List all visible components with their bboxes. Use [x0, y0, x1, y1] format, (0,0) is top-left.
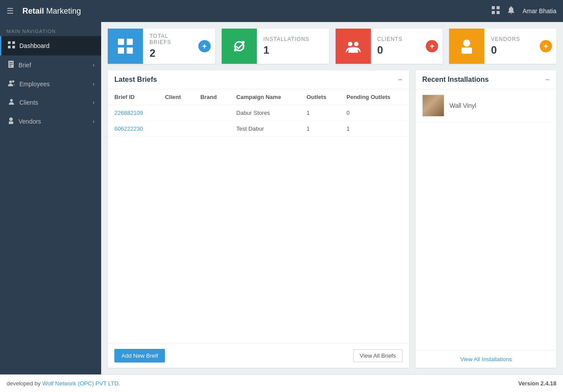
svg-rect-7 — [12, 46, 15, 48]
app-brand: Retail Marketing — [22, 7, 81, 16]
developed-by-text: developed by — [7, 380, 40, 387]
campaign-name-2: Test Dabur — [230, 121, 300, 137]
briefs-collapse-icon[interactable]: − — [398, 76, 402, 84]
svg-rect-5 — [12, 41, 15, 44]
employees-chevron-icon: ‹ — [93, 81, 95, 87]
svg-point-12 — [9, 81, 12, 83]
installations-info: INSTALLATIONS 1 — [257, 32, 329, 61]
footer-version: Version 2.4.18 — [518, 380, 556, 387]
total-briefs-info: TOTAL BRIEFS 2 — [143, 29, 198, 64]
footer-dev: developed by Wolf Network (OPC) PVT LTD. — [7, 380, 120, 387]
brief-id-link-1[interactable]: 226882109 — [114, 110, 143, 116]
svg-rect-6 — [8, 46, 11, 48]
grid-icon[interactable] — [492, 6, 500, 16]
brand-1 — [194, 105, 230, 121]
svg-point-24 — [348, 42, 352, 46]
svg-rect-1 — [497, 6, 500, 9]
svg-point-14 — [10, 99, 13, 102]
total-briefs-icon-box — [108, 29, 143, 64]
sidebar-item-clients-label: Clients — [19, 99, 38, 106]
pending-outlets-2: 1 — [340, 121, 409, 137]
svg-point-25 — [354, 42, 358, 46]
installations-panel-header: Recent Installations − — [416, 70, 556, 89]
sidebar-item-brief[interactable]: Brief ‹ — [0, 55, 101, 75]
bell-icon[interactable] — [508, 6, 515, 16]
svg-point-22 — [234, 49, 237, 51]
installation-item: Wall Vinyl — [416, 89, 556, 122]
svg-point-26 — [463, 40, 470, 47]
outlets-1: 1 — [300, 105, 340, 121]
clients-icon-box — [336, 29, 371, 64]
installations-panel-title: Recent Installations — [422, 76, 489, 84]
employees-icon — [8, 80, 15, 88]
brief-id-link-2[interactable]: 606222230 — [114, 125, 143, 132]
brief-id-2: 606222230 — [108, 121, 158, 137]
total-briefs-add-button[interactable]: + — [198, 40, 211, 52]
sidebar-item-employees[interactable]: Employees ‹ — [0, 75, 101, 93]
layout: MAIN NAVIGATION Dashboard Brief ‹ Employ… — [0, 22, 563, 374]
total-briefs-value: 2 — [150, 47, 192, 59]
vendors-chevron-icon: ‹ — [93, 118, 95, 125]
svg-rect-2 — [492, 11, 495, 14]
vendors-icon — [8, 117, 14, 126]
briefs-panel-footer: Add New Breif View All Briefs — [108, 343, 409, 368]
brief-id-1: 226882109 — [108, 105, 158, 121]
brief-chevron-icon: ‹ — [93, 62, 95, 68]
outlets-2: 1 — [300, 121, 340, 137]
footer-dot: . — [118, 380, 120, 387]
svg-rect-20 — [127, 48, 133, 54]
brand-bold: Retail — [22, 7, 44, 15]
hamburger-icon[interactable]: ☰ — [7, 6, 14, 16]
installations-label: INSTALLATIONS — [263, 36, 322, 42]
svg-point-23 — [242, 41, 245, 44]
client-2 — [158, 121, 194, 137]
sidebar-item-brief-label: Brief — [18, 62, 31, 69]
svg-rect-4 — [8, 41, 11, 44]
topnav: ☰ Retail Marketing Amar Bhatia — [0, 0, 563, 22]
vendors-add-button[interactable]: + — [540, 40, 552, 52]
svg-point-15 — [9, 117, 13, 121]
clients-value: 0 — [377, 44, 420, 56]
sidebar-item-dashboard-label: Dashboard — [19, 42, 50, 49]
installations-panel: Recent Installations − Wall Vinyl View A… — [416, 70, 556, 368]
view-all-briefs-button[interactable]: View All Briefs — [353, 349, 402, 362]
sidebar-item-vendors[interactable]: Vendors ‹ — [0, 112, 101, 131]
briefs-table: Brief ID Client Brand Campaign Name Outl… — [108, 89, 409, 137]
col-brief-id: Brief ID — [108, 89, 158, 105]
installations-collapse-icon[interactable]: − — [545, 76, 550, 84]
dashboard-body: Latest Briefs − Brief ID Client Brand Ca… — [101, 70, 563, 374]
sidebar-section-label: MAIN NAVIGATION — [0, 22, 101, 36]
table-row: 226882109 Dabur Stores 1 0 — [108, 105, 409, 121]
view-all-installations-link[interactable]: View All Installations — [416, 350, 556, 368]
briefs-panel-title: Latest Briefs — [114, 76, 157, 84]
svg-rect-3 — [497, 11, 500, 14]
briefs-panel-header: Latest Briefs − — [108, 70, 409, 89]
total-briefs-label: TOTAL BRIEFS — [150, 33, 192, 45]
clients-add-button[interactable]: + — [426, 40, 438, 52]
sidebar-item-clients[interactable]: Clients ‹ — [0, 93, 101, 112]
dashboard-icon — [8, 41, 15, 50]
main-content: TOTAL BRIEFS 2 + INSTALLATIONS 1 — [101, 22, 563, 374]
col-pending-outlets: Pending Outlets — [340, 89, 409, 105]
svg-rect-16 — [9, 121, 13, 124]
stat-cards: TOTAL BRIEFS 2 + INSTALLATIONS 1 — [101, 22, 563, 70]
client-1 — [158, 105, 194, 121]
svg-rect-18 — [127, 39, 133, 45]
add-new-brief-button[interactable]: Add New Breif — [114, 349, 165, 363]
col-client: Client — [158, 89, 194, 105]
svg-rect-27 — [461, 48, 472, 54]
clients-chevron-icon: ‹ — [93, 99, 95, 106]
vendors-label: VENDORS — [491, 36, 533, 42]
user-name: Amar Bhatia — [523, 7, 556, 15]
sidebar-item-dashboard[interactable]: Dashboard — [0, 36, 101, 55]
svg-rect-19 — [118, 48, 124, 54]
clients-icon — [8, 99, 15, 106]
pending-outlets-1: 0 — [340, 105, 409, 121]
installations-icon-box — [222, 29, 257, 64]
sidebar-item-employees-label: Employees — [19, 81, 50, 88]
company-link[interactable]: Wolf Network (OPC) PVT LTD — [42, 380, 118, 387]
topnav-icons: Amar Bhatia — [492, 6, 556, 16]
col-outlets: Outlets — [300, 89, 340, 105]
brief-icon — [8, 61, 14, 70]
vendors-info: VENDORS 0 — [484, 32, 540, 61]
